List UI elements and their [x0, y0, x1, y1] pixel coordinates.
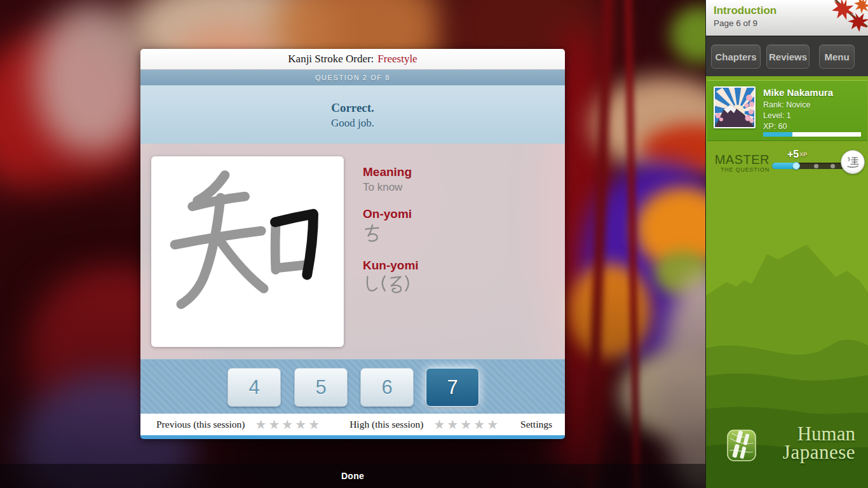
- avatar-fuji-sunrise: [715, 88, 754, 127]
- meaning-value: To know: [363, 181, 419, 194]
- profile-panel: Mike Nakamura Rank: Novice Level: 1 XP: …: [707, 80, 867, 141]
- reviews-button[interactable]: Reviews: [766, 44, 810, 69]
- quiz-title: Kanji Stroke Order:: [288, 53, 374, 65]
- xp-bonus: +5XP: [787, 149, 807, 160]
- logo-line2: Japanese: [783, 443, 855, 461]
- xp-progress-track: [763, 132, 861, 137]
- stroke-count-button-6[interactable]: 6: [360, 368, 414, 407]
- meaning-label: Meaning: [363, 165, 419, 179]
- maple-leaves-icon: [801, 0, 868, 37]
- master-line1: MASTER: [712, 152, 770, 166]
- master-title: MASTER THE QUESTION: [712, 152, 770, 173]
- kanji-details: Meaning To know On-yomi Kun-yomi: [363, 165, 419, 310]
- done-button[interactable]: Done: [341, 471, 364, 481]
- done-bar[interactable]: Done: [0, 464, 705, 488]
- app-logo: Human Japanese: [706, 424, 868, 488]
- profile-level: Level: 1: [763, 111, 791, 120]
- logo-line1: Human: [783, 424, 855, 443]
- onyomi-value: [363, 223, 419, 245]
- quiz-mode: Freestyle: [377, 53, 417, 65]
- chapter-title: Introduction: [714, 4, 776, 17]
- stroke-count-button-7-selected[interactable]: 7: [426, 368, 479, 407]
- work-area: Meaning To know On-yomi Kun-yomi: [140, 144, 565, 359]
- feedback-primary: Correct.: [331, 100, 374, 116]
- page-indicator: Page 6 of 9: [714, 18, 757, 28]
- quiz-title-bar: Kanji Stroke Order: Freestyle: [140, 49, 565, 70]
- kanji-glyph: [151, 156, 341, 344]
- kanji-drawing-canvas[interactable]: [151, 156, 344, 347]
- kunyomi-value: [363, 274, 419, 297]
- app-logo-text: Human Japanese: [783, 424, 855, 461]
- stroke-count-button-5[interactable]: 5: [294, 368, 348, 407]
- sidebar-header: Introduction Page 6 of 9: [706, 0, 868, 37]
- settings-button[interactable]: Settings: [520, 419, 552, 430]
- menu-button[interactable]: Menu: [819, 44, 855, 69]
- question-counter: QUESTION 2 OF 8: [315, 74, 390, 81]
- question-counter-bar: QUESTION 2 OF 8: [140, 70, 565, 86]
- stroke-count-button-4[interactable]: 4: [227, 368, 281, 407]
- card-bottom-strip: [140, 435, 565, 439]
- onyomi-kana-glyph: [363, 223, 381, 242]
- feedback-secondary: Good job.: [331, 116, 374, 130]
- master-progress-knob: [792, 162, 800, 170]
- profile-xp: XP: 60: [763, 122, 787, 131]
- bamboo-logo-icon: [727, 430, 756, 461]
- high-score-stars: ★★★★★: [433, 417, 500, 432]
- sidebar-nav: Chapters Reviews Menu: [706, 37, 868, 76]
- master-milestone-dot: [814, 164, 818, 168]
- app-window: Done Kanji Stroke Order: Freestyle QUEST…: [0, 0, 868, 488]
- kunyomi-label: Kun-yomi: [363, 259, 419, 273]
- stroke-count-band: 4 5 6 7: [140, 359, 565, 414]
- sidebar: Introduction Page 6 of 9 Chapters Review…: [705, 0, 868, 488]
- master-question-widget: MASTER THE QUESTION +5XP: [706, 145, 868, 186]
- profile-name: Mike Nakamura: [763, 87, 833, 98]
- xp-progress-fill: [763, 132, 792, 137]
- avatar: [714, 86, 756, 128]
- mastery-badge: [841, 150, 865, 174]
- chapters-button[interactable]: Chapters: [711, 44, 761, 69]
- feedback-panel: Correct. Good job.: [140, 86, 565, 144]
- master-line2: THE QUESTION: [712, 166, 770, 173]
- profile-rank: Rank: Novice: [763, 100, 810, 109]
- quiz-card: Kanji Stroke Order: Freestyle QUESTION 2…: [140, 49, 565, 439]
- previous-score-stars: ★★★★★: [255, 417, 322, 432]
- high-score-label: High (this session): [349, 419, 423, 430]
- kunyomi-kana-glyph: [363, 274, 411, 294]
- master-progress-track: [772, 163, 847, 169]
- master-milestone-dot: [831, 164, 835, 168]
- score-footer: Previous (this session) ★★★★★ High (this…: [140, 414, 565, 435]
- onyomi-label: On-yomi: [363, 207, 419, 221]
- mastery-kanji-glyph: [846, 155, 860, 169]
- previous-score-label: Previous (this session): [156, 419, 245, 430]
- sidebar-body: Mike Nakamura Rank: Novice Level: 1 XP: …: [706, 76, 868, 488]
